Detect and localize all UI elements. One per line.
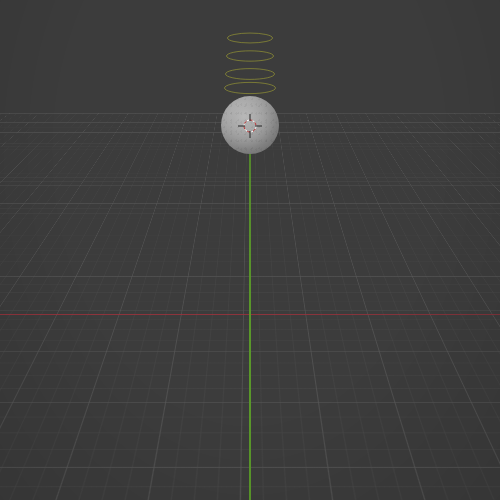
3d-viewport[interactable] — [0, 0, 500, 500]
empty-circle-4[interactable] — [227, 33, 273, 43]
sphere-mesh[interactable] — [221, 96, 279, 154]
empty-circle-2[interactable] — [225, 69, 275, 80]
empty-circle-3[interactable] — [226, 51, 274, 62]
scene-root — [0, 249, 500, 500]
empty-circle-1[interactable] — [224, 82, 276, 93]
